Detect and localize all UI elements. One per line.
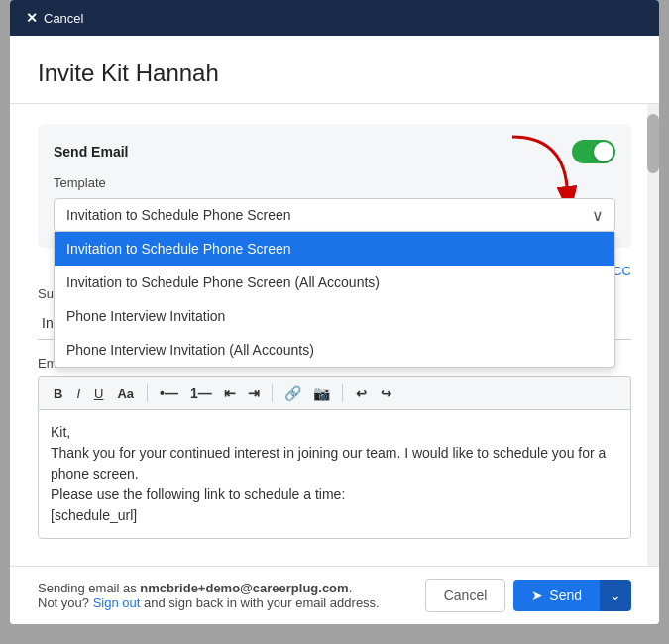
template-dropdown-menu: Invitation to Schedule Phone Screen Invi… (54, 232, 615, 368)
modal-footer: Sending email as nmcbride+demo@careerplu… (10, 566, 659, 624)
scrollbar-thumb (647, 114, 659, 173)
cancel-button[interactable]: Cancel (425, 579, 506, 612)
not-you-text: Not you? (38, 595, 89, 610)
template-select[interactable]: Invitation to Schedule Phone Screen (54, 198, 615, 232)
send-icon: ➤ (531, 588, 543, 603)
send-email-toggle[interactable] (572, 140, 615, 163)
toolbar-italic[interactable]: I (71, 384, 85, 403)
send-email-row: Send Email (54, 140, 615, 163)
send-email-label: Send Email (54, 144, 128, 160)
send-email-section: Send Email Template Invitation to Schedu… (38, 124, 631, 248)
modal-header: Invite Kit Hannah (10, 36, 659, 104)
toggle-knob (594, 142, 613, 161)
page-title: Invite Kit Hannah (38, 59, 631, 87)
toolbar-sep-1 (147, 384, 148, 402)
modal-overlay: ✕ Cancel Invite Kit Hannah (0, 0, 669, 644)
dropdown-item-4[interactable]: Phone Interview Invitation (All Accounts… (55, 333, 614, 367)
template-label: Template (54, 175, 615, 190)
close-icon: ✕ (26, 10, 38, 26)
email-body-line-2: Thank you for your continued interest in… (51, 443, 618, 484)
sender-email: nmcbride+demo@careerplug.com (140, 581, 348, 595)
email-body-line-4: [schedule_url] (51, 505, 618, 526)
sign-out-suffix: and sign back in with your email address… (144, 595, 380, 610)
toolbar-ordered-list[interactable]: 1— (186, 383, 216, 403)
modal-body: Send Email Template Invitation to Schedu… (10, 104, 659, 575)
send-button[interactable]: ➤ Send (513, 580, 600, 611)
email-content-section: Email Content * B I U Aa •— 1— ⇤ ⇥ 🔗 📷 (38, 356, 631, 539)
toolbar-align-right[interactable]: ⇥ (244, 383, 264, 403)
editor-toolbar: B I U Aa •— 1— ⇤ ⇥ 🔗 📷 ↩ ↪ (38, 376, 631, 409)
modal-top-bar: ✕ Cancel (10, 0, 659, 36)
toolbar-underline[interactable]: U (89, 384, 108, 403)
email-body-line-1: Kit, (51, 422, 618, 443)
cancel-top-label: Cancel (44, 11, 83, 26)
toolbar-sep-3 (342, 384, 343, 402)
footer-info: Sending email as nmcbride+demo@careerplu… (38, 581, 380, 610)
scrollbar-track[interactable] (647, 104, 659, 575)
email-editor-body[interactable]: Kit, Thank you for your continued intere… (38, 409, 631, 539)
toolbar-redo[interactable]: ↪ (376, 384, 396, 403)
dropdown-item-2[interactable]: Invitation to Schedule Phone Screen (All… (55, 266, 614, 299)
email-body-line-3: Please use the following link to schedul… (51, 484, 618, 505)
dropdown-item-1[interactable]: Invitation to Schedule Phone Screen (55, 232, 614, 266)
cancel-top-link[interactable]: ✕ Cancel (26, 10, 83, 26)
toolbar-sep-2 (272, 384, 273, 402)
send-dropdown-icon: ⌄ (610, 588, 621, 603)
dropdown-item-3[interactable]: Phone Interview Invitation (55, 299, 614, 333)
toolbar-image[interactable]: 📷 (309, 383, 334, 403)
sign-out-link[interactable]: Sign out (93, 595, 141, 610)
sending-as-suffix: . (349, 581, 353, 595)
toolbar-bold[interactable]: B (49, 384, 67, 403)
modal: ✕ Cancel Invite Kit Hannah (10, 0, 659, 624)
sending-as-prefix: Sending email as (38, 581, 140, 595)
send-label: Send (549, 588, 582, 603)
toolbar-link[interactable]: 🔗 (280, 383, 305, 403)
toolbar-font-size[interactable]: Aa (112, 384, 139, 403)
toolbar-unordered-list[interactable]: •— (156, 383, 182, 403)
toolbar-align-left[interactable]: ⇤ (220, 383, 240, 403)
send-dropdown-button[interactable]: ⌄ (600, 580, 631, 611)
template-select-wrapper: Invitation to Schedule Phone Screen ∨ In… (54, 198, 615, 232)
toolbar-undo[interactable]: ↩ (351, 384, 372, 403)
footer-actions: Cancel ➤ Send ⌄ (425, 579, 631, 612)
